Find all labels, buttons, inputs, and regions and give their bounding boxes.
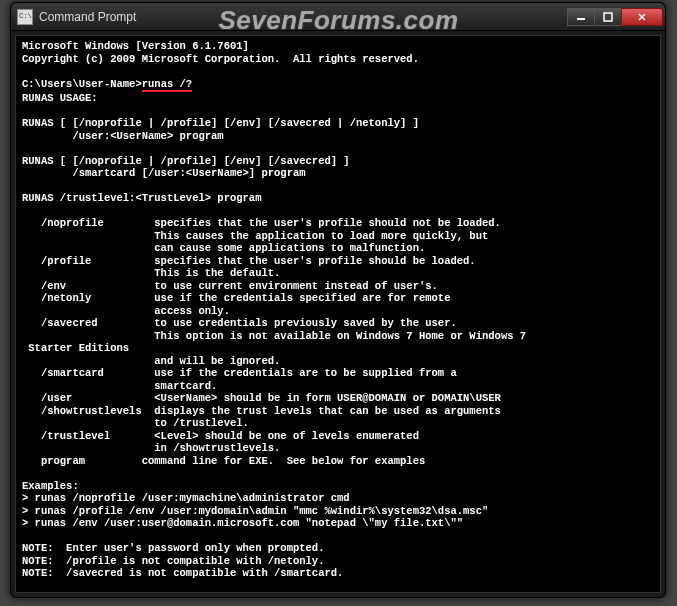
text-line: /user <UserName> should be in form USER@… <box>22 392 501 404</box>
terminal-output[interactable]: Microsoft Windows [Version 6.1.7601] Cop… <box>15 35 661 593</box>
minimize-button[interactable] <box>567 8 595 26</box>
text-line: NOTE: /profile is not compatible with /n… <box>22 555 324 567</box>
text-line: /smartcard use if the credentials are to… <box>22 367 457 379</box>
maximize-button[interactable] <box>594 8 622 26</box>
text-line: RUNAS /trustlevel:<TrustLevel> program <box>22 192 261 204</box>
text-line: RUNAS [ [/noprofile | /profile] [/env] [… <box>22 117 419 129</box>
text-line: smartcard. <box>22 380 217 392</box>
close-button[interactable] <box>621 8 663 26</box>
prompt-path: C:\Users\User-Name> <box>22 592 142 593</box>
text-line: Starter Editions <box>22 342 129 354</box>
text-line: Examples: <box>22 480 79 492</box>
text-line: NOTE: /savecred is not compatible with /… <box>22 567 343 579</box>
text-line: /savecred to use credentials previously … <box>22 317 457 329</box>
text-line: /netonly use if the credentials specifie… <box>22 292 450 304</box>
text-line: This option is not available on Windows … <box>22 330 526 342</box>
titlebar[interactable]: Command Prompt <box>11 3 665 31</box>
text-line: /smartcard [/user:<UserName>] program <box>22 167 306 179</box>
highlighted-command: runas /? <box>142 78 192 93</box>
text-line: This causes the application to load more… <box>22 230 488 242</box>
text-line: > runas /env /user:user@domain.microsoft… <box>22 517 463 529</box>
text-line: /profile specifies that the user's profi… <box>22 255 476 267</box>
text-line: /noprofile specifies that the user's pro… <box>22 217 501 229</box>
text-line: > runas /profile /env /user:mydomain\adm… <box>22 505 488 517</box>
command-prompt-window: Command Prompt Microsoft Windows [Versio… <box>10 2 666 598</box>
text-line: /trustlevel <Level> should be one of lev… <box>22 430 419 442</box>
prompt-path: C:\Users\User-Name> <box>22 78 142 90</box>
cmd-icon <box>17 9 33 25</box>
text-line: /env to use current environment instead … <box>22 280 438 292</box>
window-title: Command Prompt <box>39 10 568 24</box>
text-line: in /showtrustlevels. <box>22 442 280 454</box>
text-line: NOTE: Enter user's password only when pr… <box>22 542 324 554</box>
text-line: access only. <box>22 305 230 317</box>
text-line: to /trustlevel. <box>22 417 249 429</box>
svg-rect-1 <box>604 13 612 21</box>
text-line: and will be ignored. <box>22 355 280 367</box>
text-line: /showtrustlevels displays the trust leve… <box>22 405 501 417</box>
text-line: Microsoft Windows [Version 6.1.7601] <box>22 40 249 52</box>
text-line: > runas /noprofile /user:mymachine\admin… <box>22 492 350 504</box>
text-line: This is the default. <box>22 267 280 279</box>
text-line: can cause some applications to malfuncti… <box>22 242 425 254</box>
text-line: Copyright (c) 2009 Microsoft Corporation… <box>22 53 419 65</box>
text-line: /user:<UserName> program <box>22 130 224 142</box>
text-line: program command line for EXE. See below … <box>22 455 425 467</box>
text-line: RUNAS USAGE: <box>22 92 98 104</box>
text-line: RUNAS [ [/noprofile | /profile] [/env] [… <box>22 155 350 167</box>
window-controls <box>568 8 663 26</box>
